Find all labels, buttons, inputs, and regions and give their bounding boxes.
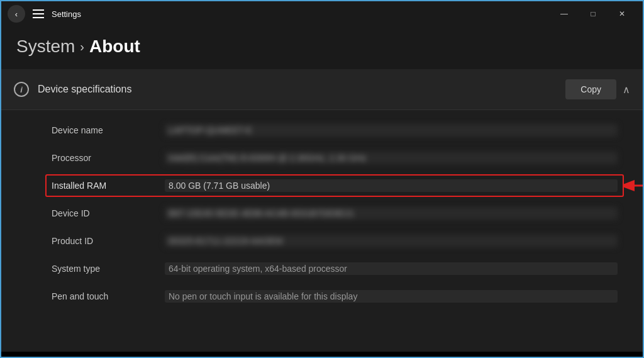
spec-label: Installed RAM — [52, 181, 152, 191]
title-bar: ‹ Settings — □ ✕ — [1, 1, 643, 26]
close-button[interactable]: ✕ — [608, 4, 636, 23]
spec-row: Product ID00325-81711-22219-AAOEM — [52, 227, 618, 255]
section-title: Device specifications — [38, 84, 131, 95]
spec-label: Product ID — [52, 236, 152, 246]
section-header: i Device specifications Copy ∧ — [1, 69, 643, 110]
spec-value: Intel(R) Core(TM) i5-8300H @ 2.30GHz, 2.… — [165, 152, 618, 164]
spec-row: System type64-bit operating system, x64-… — [52, 255, 618, 282]
spec-row: ProcessorIntel(R) Core(TM) i5-8300H @ 2.… — [52, 144, 618, 172]
section-header-left: i Device specifications — [14, 82, 131, 97]
spec-row: Installed RAM8.00 GB (7.71 GB usable) — [52, 172, 618, 199]
breadcrumb-about: About — [89, 36, 140, 57]
spec-value: 64-bit operating system, x64-based proce… — [165, 262, 618, 275]
spec-value: B87-15E45-5EDE-4E88-AC4B-0031B7DE8E21 — [165, 207, 618, 220]
copy-button[interactable]: Copy — [565, 79, 616, 99]
section-header-right: Copy ∧ — [565, 79, 630, 99]
spec-value: LAPTOP-QUMEET-E — [165, 124, 618, 137]
spec-value: 8.00 GB (7.71 GB usable) — [165, 179, 618, 192]
specs-table: Device nameLAPTOP-QUMEET-EProcessorIntel… — [1, 110, 643, 316]
minimize-button[interactable]: — — [550, 4, 579, 23]
spec-label: System type — [52, 264, 152, 274]
breadcrumb-chevron: › — [80, 40, 84, 54]
chevron-up-icon[interactable]: ∧ — [623, 84, 630, 96]
spec-label: Device name — [52, 125, 152, 135]
breadcrumb: System › About — [16, 36, 628, 57]
spec-label: Pen and touch — [52, 291, 152, 301]
spec-label: Device ID — [52, 208, 152, 218]
back-button[interactable]: ‹ — [8, 5, 25, 23]
spec-value: 00325-81711-22219-AAOEM — [165, 235, 618, 247]
hamburger-button[interactable] — [33, 9, 44, 18]
spec-row: Pen and touchNo pen or touch input is av… — [52, 282, 618, 310]
window-title: Settings — [52, 9, 542, 19]
info-icon: i — [14, 82, 29, 97]
maximize-button[interactable]: □ — [579, 4, 608, 23]
main-content: i Device specifications Copy ∧ Device na… — [1, 69, 643, 352]
spec-value: No pen or touch input is available for t… — [165, 290, 618, 303]
arrow-indicator — [624, 179, 643, 192]
spec-row: Device nameLAPTOP-QUMEET-E — [52, 116, 618, 144]
breadcrumb-system: System — [16, 36, 75, 57]
window-controls: — □ ✕ — [550, 4, 636, 23]
spec-label: Processor — [52, 153, 152, 163]
page-header: System › About — [1, 26, 643, 69]
spec-row: Device IDB87-15E45-5EDE-4E88-AC4B-0031B7… — [52, 199, 618, 227]
